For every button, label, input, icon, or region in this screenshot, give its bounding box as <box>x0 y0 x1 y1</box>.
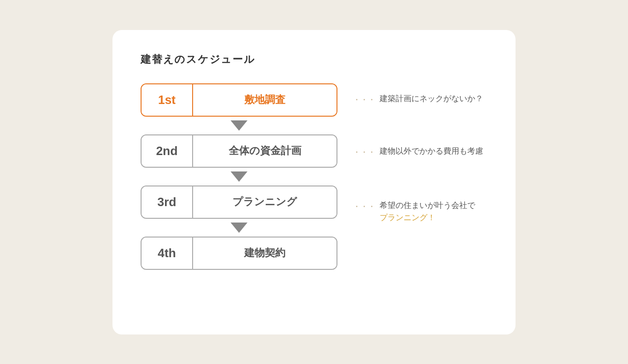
card-title: 建替えのスケジュール <box>141 52 487 67</box>
step-number-3: 3rd <box>142 186 193 218</box>
arrow-2 <box>141 168 337 186</box>
note-line-2: プランニング！ <box>380 213 435 222</box>
step-label-1: 敷地調査 <box>193 84 336 116</box>
note-text-3: 希望の住まいが叶う会社で プランニング！ <box>380 200 475 224</box>
note-text-2: 建物以外でかかる費用も考慮 <box>380 145 483 157</box>
step-label-3: プランニング <box>193 186 336 218</box>
arrow-down-icon-2 <box>231 171 247 182</box>
step-number-4: 4th <box>142 238 193 269</box>
step-row-3: 3rd プランニング <box>141 186 337 219</box>
step-row-4: 4th 建物契約 <box>141 237 337 270</box>
arrow-down-icon-1 <box>231 120 247 131</box>
notes-column: ・・・ 建築計画にネックがないか？ ・・・ 建物以外でかかる費用も考慮 ・・・ … <box>337 83 483 237</box>
note-dots-3: ・・・ <box>352 201 375 212</box>
step-row-1: 1st 敷地調査 <box>141 83 337 117</box>
arrow-1 <box>141 117 337 134</box>
step-row-2: 2nd 全体の資金計画 <box>141 134 337 168</box>
note-item-1: ・・・ 建築計画にネックがないか？ <box>352 93 483 130</box>
step-number-2: 2nd <box>142 135 193 167</box>
schedule-card: 建替えのスケジュール 1st 敷地調査 2nd 全体の資金計画 3rd <box>112 30 516 334</box>
note-line-1: 希望の住まいが叶う会社で <box>380 201 475 210</box>
arrow-3 <box>141 219 337 237</box>
step-label-2: 全体の資金計画 <box>193 135 336 167</box>
note-item-2: ・・・ 建物以外でかかる費用も考慮 <box>352 145 483 183</box>
note-text-1: 建築計画にネックがないか？ <box>380 93 483 105</box>
arrow-down-icon-3 <box>231 223 247 233</box>
step-label-4: 建物契約 <box>193 238 336 269</box>
note-dots-2: ・・・ <box>352 147 375 158</box>
step-number-1: 1st <box>142 84 193 116</box>
note-item-3: ・・・ 希望の住まいが叶う会社で プランニング！ <box>352 200 483 237</box>
steps-column: 1st 敷地調査 2nd 全体の資金計画 3rd プランニング <box>141 83 337 270</box>
note-dots-1: ・・・ <box>352 94 375 105</box>
schedule-layout: 1st 敷地調査 2nd 全体の資金計画 3rd プランニング <box>141 83 487 270</box>
